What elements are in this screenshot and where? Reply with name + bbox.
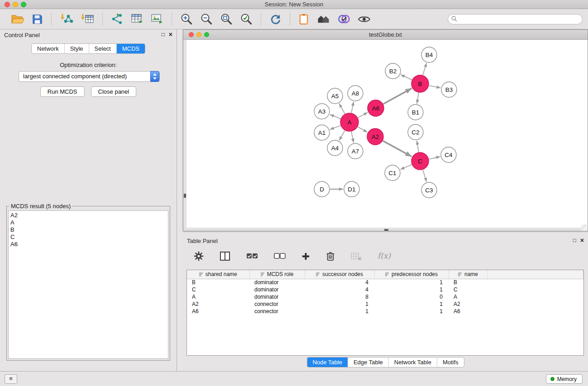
- table-cell[interactable]: connector: [249, 308, 305, 315]
- table-cell[interactable]: 0: [374, 293, 449, 300]
- deselect-all-columns-button[interactable]: [273, 252, 287, 260]
- open-session-button[interactable]: [10, 12, 25, 26]
- table-cell[interactable]: C: [449, 286, 488, 293]
- memory-button[interactable]: Memory: [546, 374, 583, 384]
- export-image-button[interactable]: [150, 12, 164, 26]
- graph-edge-A-A6[interactable]: [358, 112, 368, 118]
- graph-node-B4[interactable]: B4: [421, 47, 437, 62]
- table-cell[interactable]: dominator: [249, 293, 305, 300]
- network-graph[interactable]: AA6A2BCA1A3A4A5A7A8B1B2B3B4C1C2C3C4DD1: [183, 40, 588, 231]
- graph-node-A3[interactable]: A3: [314, 104, 330, 119]
- graph-node-A7[interactable]: A7: [348, 143, 363, 159]
- table-cell[interactable]: 1: [305, 308, 374, 315]
- network-minimize-icon[interactable]: [196, 32, 201, 37]
- table-cell[interactable]: A6: [187, 308, 249, 315]
- table-cell[interactable]: 1: [374, 300, 449, 308]
- table-row[interactable]: A2connector11A2: [187, 300, 583, 308]
- import-table-from-file-button[interactable]: [80, 12, 95, 26]
- graph-edge-B-B4[interactable]: [423, 63, 426, 75]
- table-row[interactable]: A6connector11A6: [187, 308, 583, 315]
- graph-node-A1[interactable]: A1: [314, 125, 330, 140]
- graph-node-A2[interactable]: A2: [367, 129, 383, 145]
- graph-edge-A-A7[interactable]: [351, 132, 354, 143]
- search-input[interactable]: [459, 16, 582, 23]
- table-cell[interactable]: 8: [305, 293, 374, 300]
- show-columns-button[interactable]: [219, 250, 231, 262]
- zoom-out-button[interactable]: [199, 12, 214, 26]
- table-settings-button[interactable]: [193, 250, 205, 262]
- select-filter-button[interactable]: [337, 13, 351, 25]
- graph-node-D1[interactable]: D1: [344, 181, 359, 197]
- table-cell[interactable]: dominator: [249, 286, 305, 293]
- graph-edge-C-C3[interactable]: [423, 170, 426, 182]
- column-header-name[interactable]: name: [449, 270, 488, 279]
- graph-node-C4[interactable]: C4: [441, 147, 456, 162]
- table-cell[interactable]: 1: [374, 279, 449, 286]
- show-hide-graphics-button[interactable]: [357, 14, 372, 25]
- network-zoom-icon[interactable]: [204, 32, 209, 37]
- close-panel-button[interactable]: Close panel: [91, 86, 137, 97]
- mcds-result-item[interactable]: A2: [9, 212, 168, 219]
- table-cell[interactable]: 4: [305, 279, 374, 286]
- clipboard-button[interactable]: [297, 12, 311, 26]
- graph-node-A[interactable]: A: [340, 113, 359, 131]
- graph-edge-B-B1[interactable]: [417, 93, 419, 104]
- save-session-button[interactable]: [31, 13, 44, 26]
- graph-node-B1[interactable]: B1: [408, 105, 423, 120]
- tab-network[interactable]: Network: [32, 44, 64, 53]
- float-table-panel-icon[interactable]: □: [573, 237, 576, 243]
- mcds-result-list[interactable]: A2ABCA6: [8, 210, 168, 359]
- graph-node-A5[interactable]: A5: [327, 88, 343, 104]
- resize-handle[interactable]: [581, 224, 587, 230]
- table-cell[interactable]: A6: [449, 308, 488, 315]
- graph-node-C1[interactable]: C1: [385, 165, 400, 181]
- graph-edge-A-A1[interactable]: [330, 125, 341, 129]
- table-cell[interactable]: 4: [305, 286, 374, 293]
- close-window-icon[interactable]: [5, 2, 10, 7]
- run-mcds-button[interactable]: Run MCDS: [40, 86, 85, 97]
- graph-node-C[interactable]: C: [411, 152, 429, 170]
- table-cell[interactable]: dominator: [249, 279, 305, 286]
- function-builder-button[interactable]: f(x): [377, 255, 392, 257]
- select-all-columns-button[interactable]: [245, 252, 259, 260]
- tab-mcds[interactable]: MCDS: [116, 44, 145, 53]
- close-table-panel-icon[interactable]: ×: [580, 237, 584, 243]
- tab-select[interactable]: Select: [89, 44, 116, 53]
- network-canvas[interactable]: AA6A2BCA1A3A4A5A7A8B1B2B3B4C1C2C3C4DD1: [183, 40, 588, 231]
- refresh-view-button[interactable]: [268, 12, 282, 26]
- optimization-criterion-dropdown[interactable]: largest connected component (directed): [19, 71, 160, 82]
- graph-edge-A-A4[interactable]: [339, 130, 344, 140]
- show-panels-button[interactable]: ≡: [5, 374, 17, 384]
- table-cell[interactable]: A2: [449, 300, 488, 308]
- zoom-fit-button[interactable]: [219, 12, 234, 26]
- graph-node-A6[interactable]: A6: [368, 100, 384, 116]
- create-column-button[interactable]: [301, 251, 311, 262]
- table-cell[interactable]: 1: [374, 308, 449, 315]
- graph-edge-A2-C[interactable]: [383, 141, 412, 157]
- table-cell[interactable]: 1: [305, 300, 374, 308]
- mcds-result-item[interactable]: A: [9, 219, 168, 226]
- minimize-window-icon[interactable]: [13, 2, 18, 7]
- table-cell[interactable]: 1: [374, 286, 449, 293]
- delete-column-button[interactable]: [325, 250, 336, 262]
- graph-node-D[interactable]: D: [314, 181, 330, 197]
- table-row[interactable]: Adominator80A: [187, 293, 583, 300]
- delete-table-button[interactable]: [350, 251, 363, 262]
- mcds-result-item[interactable]: B: [9, 226, 168, 234]
- table-cell[interactable]: B: [187, 279, 249, 286]
- mcds-result-item[interactable]: A6: [9, 241, 168, 248]
- tab-motifs[interactable]: Motifs: [437, 357, 464, 367]
- tab-style[interactable]: Style: [64, 44, 89, 53]
- table-row[interactable]: Bdominator41B: [187, 279, 583, 286]
- column-header-mcds-role[interactable]: MCDS role: [249, 270, 305, 279]
- table-cell[interactable]: connector: [249, 300, 305, 308]
- table-cell[interactable]: A: [449, 293, 488, 300]
- table-row[interactable]: Cdominator41C: [187, 286, 583, 293]
- graph-node-B[interactable]: B: [411, 75, 429, 92]
- close-panel-icon[interactable]: ×: [169, 31, 172, 38]
- graph-edge-C-C4[interactable]: [429, 157, 440, 159]
- zoom-window-icon[interactable]: [21, 2, 26, 7]
- graph-edge-B-B3[interactable]: [429, 86, 441, 88]
- float-panel-icon[interactable]: □: [162, 31, 165, 38]
- graph-edge-A-A2[interactable]: [358, 127, 367, 132]
